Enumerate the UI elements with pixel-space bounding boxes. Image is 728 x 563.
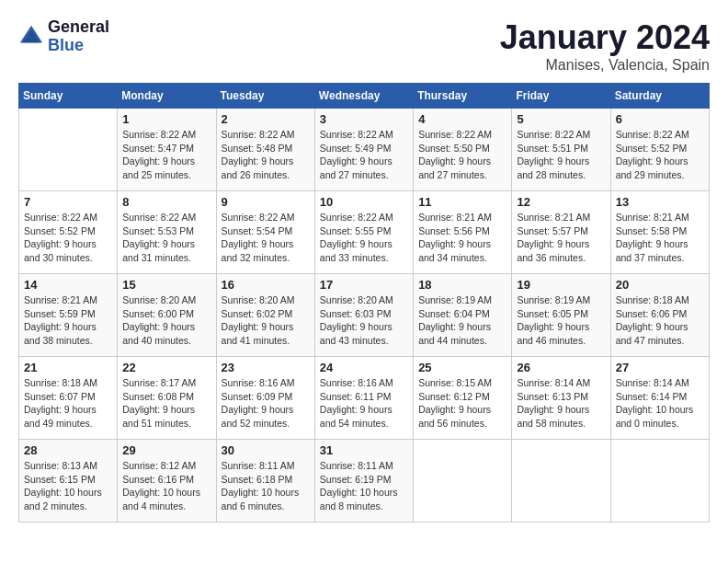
calendar-cell: 19Sunrise: 8:19 AMSunset: 6:05 PMDayligh… <box>512 274 610 357</box>
cell-info: Sunrise: 8:14 AMSunset: 6:14 PMDaylight:… <box>616 376 704 431</box>
cell-info: Sunrise: 8:22 AMSunset: 5:55 PMDaylight:… <box>320 211 408 265</box>
day-number: 14 <box>24 278 112 292</box>
title-block: January 2024 Manises, Valencia, Spain <box>500 18 710 74</box>
cell-info: Sunrise: 8:14 AMSunset: 6:13 PMDaylight:… <box>517 376 605 431</box>
calendar-cell: 29Sunrise: 8:12 AMSunset: 6:16 PMDayligh… <box>118 440 216 523</box>
calendar-cell: 24Sunrise: 8:16 AMSunset: 6:11 PMDayligh… <box>314 357 413 440</box>
day-number: 25 <box>418 361 506 374</box>
day-number: 24 <box>320 361 408 374</box>
day-number: 8 <box>122 195 210 209</box>
calendar-cell: 22Sunrise: 8:17 AMSunset: 6:08 PMDayligh… <box>118 357 216 440</box>
calendar-cell: 13Sunrise: 8:21 AMSunset: 5:58 PMDayligh… <box>610 191 709 274</box>
calendar-cell: 15Sunrise: 8:20 AMSunset: 6:00 PMDayligh… <box>118 274 216 357</box>
day-number: 15 <box>122 278 210 292</box>
calendar-cell: 31Sunrise: 8:11 AMSunset: 6:19 PMDayligh… <box>314 440 413 523</box>
day-number: 26 <box>517 361 605 374</box>
day-number: 5 <box>517 112 605 126</box>
calendar-cell: 18Sunrise: 8:19 AMSunset: 6:04 PMDayligh… <box>414 274 512 357</box>
day-number: 2 <box>222 112 310 126</box>
cell-info: Sunrise: 8:11 AMSunset: 6:18 PMDaylight:… <box>222 459 310 513</box>
cell-info: Sunrise: 8:22 AMSunset: 5:48 PMDaylight:… <box>222 128 310 182</box>
cell-info: Sunrise: 8:22 AMSunset: 5:51 PMDaylight:… <box>517 128 605 182</box>
calendar-cell: 27Sunrise: 8:14 AMSunset: 6:14 PMDayligh… <box>610 357 709 440</box>
calendar-cell: 26Sunrise: 8:14 AMSunset: 6:13 PMDayligh… <box>512 357 610 440</box>
cell-info: Sunrise: 8:22 AMSunset: 5:49 PMDaylight:… <box>320 128 408 182</box>
logo-icon <box>18 24 44 50</box>
cell-info: Sunrise: 8:13 AMSunset: 6:15 PMDaylight:… <box>24 459 112 513</box>
cell-info: Sunrise: 8:22 AMSunset: 5:52 PMDaylight:… <box>616 128 704 182</box>
calendar-cell: 20Sunrise: 8:18 AMSunset: 6:06 PMDayligh… <box>610 274 709 357</box>
cell-info: Sunrise: 8:22 AMSunset: 5:53 PMDaylight:… <box>122 211 210 265</box>
cell-info: Sunrise: 8:20 AMSunset: 6:00 PMDaylight:… <box>122 293 210 348</box>
calendar-cell <box>414 440 512 523</box>
week-row-3: 14Sunrise: 8:21 AMSunset: 5:59 PMDayligh… <box>19 274 710 357</box>
cell-info: Sunrise: 8:21 AMSunset: 5:57 PMDaylight:… <box>517 211 605 265</box>
day-number: 23 <box>222 361 310 374</box>
day-number: 17 <box>320 278 408 292</box>
day-number: 21 <box>24 361 112 374</box>
cell-info: Sunrise: 8:18 AMSunset: 6:06 PMDaylight:… <box>616 293 704 348</box>
week-row-1: 1Sunrise: 8:22 AMSunset: 5:47 PMDaylight… <box>19 109 710 191</box>
calendar-cell: 9Sunrise: 8:22 AMSunset: 5:54 PMDaylight… <box>216 191 314 274</box>
day-number: 11 <box>418 195 506 209</box>
weekday-header-friday: Friday <box>512 84 610 109</box>
month-title: January 2024 <box>500 18 710 57</box>
cell-info: Sunrise: 8:16 AMSunset: 6:09 PMDaylight:… <box>222 376 310 431</box>
weekday-header-tuesday: Tuesday <box>216 84 314 109</box>
day-number: 16 <box>222 278 310 292</box>
calendar-cell <box>512 440 610 523</box>
day-number: 3 <box>320 112 408 126</box>
cell-info: Sunrise: 8:22 AMSunset: 5:52 PMDaylight:… <box>24 211 112 265</box>
calendar-cell: 11Sunrise: 8:21 AMSunset: 5:56 PMDayligh… <box>414 191 512 274</box>
calendar-cell: 1Sunrise: 8:22 AMSunset: 5:47 PMDaylight… <box>118 109 216 191</box>
day-number: 19 <box>517 278 605 292</box>
day-number: 12 <box>517 195 605 209</box>
calendar-cell: 8Sunrise: 8:22 AMSunset: 5:53 PMDaylight… <box>118 191 216 274</box>
calendar-table: SundayMondayTuesdayWednesdayThursdayFrid… <box>18 83 710 523</box>
page-header: General Blue January 2024 Manises, Valen… <box>18 18 710 74</box>
week-row-4: 21Sunrise: 8:18 AMSunset: 6:07 PMDayligh… <box>19 357 710 440</box>
day-number: 30 <box>222 443 310 457</box>
week-row-5: 28Sunrise: 8:13 AMSunset: 6:15 PMDayligh… <box>19 440 710 523</box>
cell-info: Sunrise: 8:21 AMSunset: 5:59 PMDaylight:… <box>24 293 112 348</box>
day-number: 22 <box>122 361 210 374</box>
cell-info: Sunrise: 8:20 AMSunset: 6:03 PMDaylight:… <box>320 293 408 348</box>
calendar-cell: 2Sunrise: 8:22 AMSunset: 5:48 PMDaylight… <box>216 109 314 191</box>
cell-info: Sunrise: 8:19 AMSunset: 6:04 PMDaylight:… <box>418 293 506 348</box>
cell-info: Sunrise: 8:16 AMSunset: 6:11 PMDaylight:… <box>320 376 408 431</box>
weekday-header-monday: Monday <box>118 84 216 109</box>
day-number: 6 <box>616 112 704 126</box>
day-number: 4 <box>418 112 506 126</box>
cell-info: Sunrise: 8:22 AMSunset: 5:47 PMDaylight:… <box>122 128 210 182</box>
day-number: 10 <box>320 195 408 209</box>
calendar-cell: 30Sunrise: 8:11 AMSunset: 6:18 PMDayligh… <box>216 440 314 523</box>
day-number: 9 <box>222 195 310 209</box>
day-number: 13 <box>616 195 704 209</box>
calendar-cell: 17Sunrise: 8:20 AMSunset: 6:03 PMDayligh… <box>314 274 413 357</box>
logo-text-general: General <box>48 18 109 37</box>
cell-info: Sunrise: 8:21 AMSunset: 5:58 PMDaylight:… <box>616 211 704 265</box>
cell-info: Sunrise: 8:19 AMSunset: 6:05 PMDaylight:… <box>517 293 605 348</box>
calendar-cell: 4Sunrise: 8:22 AMSunset: 5:50 PMDaylight… <box>414 109 512 191</box>
calendar-cell: 10Sunrise: 8:22 AMSunset: 5:55 PMDayligh… <box>314 191 413 274</box>
calendar-cell: 3Sunrise: 8:22 AMSunset: 5:49 PMDaylight… <box>314 109 413 191</box>
cell-info: Sunrise: 8:17 AMSunset: 6:08 PMDaylight:… <box>122 376 210 431</box>
calendar-cell: 28Sunrise: 8:13 AMSunset: 6:15 PMDayligh… <box>19 440 118 523</box>
day-number: 31 <box>320 443 408 457</box>
day-number: 29 <box>122 443 210 457</box>
calendar-cell <box>19 109 118 191</box>
week-row-2: 7Sunrise: 8:22 AMSunset: 5:52 PMDaylight… <box>19 191 710 274</box>
calendar-cell: 6Sunrise: 8:22 AMSunset: 5:52 PMDaylight… <box>610 109 709 191</box>
day-number: 27 <box>616 361 704 374</box>
cell-info: Sunrise: 8:22 AMSunset: 5:50 PMDaylight:… <box>418 128 506 182</box>
weekday-header-saturday: Saturday <box>610 84 709 109</box>
weekday-header-row: SundayMondayTuesdayWednesdayThursdayFrid… <box>19 84 710 109</box>
day-number: 7 <box>24 195 112 209</box>
cell-info: Sunrise: 8:22 AMSunset: 5:54 PMDaylight:… <box>222 211 310 265</box>
calendar-cell: 23Sunrise: 8:16 AMSunset: 6:09 PMDayligh… <box>216 357 314 440</box>
day-number: 28 <box>24 443 112 457</box>
cell-info: Sunrise: 8:12 AMSunset: 6:16 PMDaylight:… <box>122 459 210 513</box>
cell-info: Sunrise: 8:18 AMSunset: 6:07 PMDaylight:… <box>24 376 112 431</box>
day-number: 1 <box>122 112 210 126</box>
day-number: 18 <box>418 278 506 292</box>
